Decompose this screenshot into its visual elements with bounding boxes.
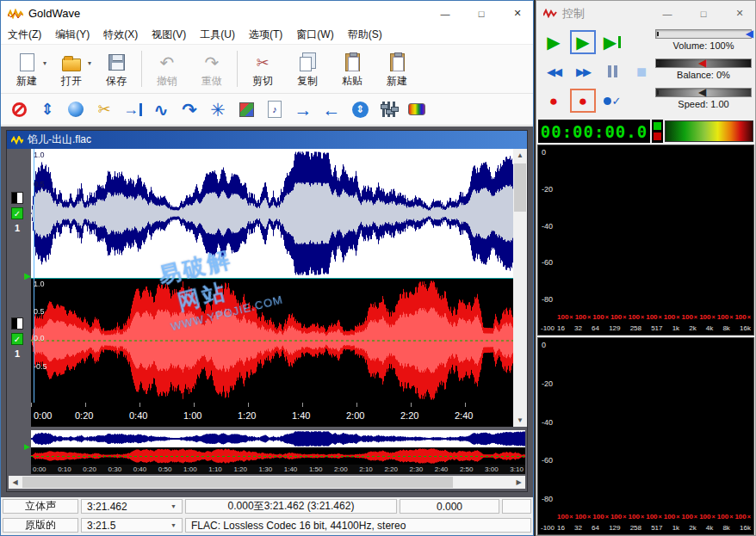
copy-button[interactable]: 复制 [285,46,330,91]
trim-button[interactable]: ✂ [94,98,115,120]
close-button[interactable]: ✕ [502,1,533,26]
channel-display-icon[interactable] [11,192,23,204]
frequency-label: 32 [574,324,582,332]
overview-waveform[interactable] [31,430,525,465]
insert-button[interactable]: → [122,98,143,120]
play-position-marker-icon[interactable]: ▶ [24,271,31,280]
redo-button[interactable]: ↷ 重做 [189,46,234,91]
band-value: 100× [575,513,591,521]
scroll-down-icon[interactable]: ▼ [513,414,527,427]
mix-button[interactable] [236,98,257,120]
minimize-button[interactable]: — [430,1,461,26]
music-doc-icon: ♪ [268,101,282,118]
length-cell[interactable]: 3:21.462▼ [81,499,183,514]
open-file-button[interactable]: 打开 ▾ [49,46,94,91]
menu-item[interactable]: 视图(V) [145,26,193,44]
db-label: -40 [542,223,553,231]
vertical-scrollbar[interactable]: ▲ ▼ [513,149,527,427]
frequency-label: 4k [706,524,713,532]
open-folder-icon [62,59,81,71]
scale-label: -0.5 [34,362,47,371]
menu-item[interactable]: 特效(X) [96,26,145,44]
menu-item[interactable]: 窗口(W) [289,26,340,44]
playlist-button[interactable]: ♪ [264,98,285,120]
frequency-label: 258 [630,524,641,532]
paste-button[interactable]: 粘贴 [330,46,375,91]
menu-item[interactable]: 文件(Z) [1,26,48,44]
pause-button[interactable] [599,59,625,83]
channel-enabled-checkbox[interactable]: ✓ [11,333,23,345]
scroll-left-icon[interactable]: ◀ [9,478,22,486]
time-display[interactable]: 00:00:00.0 [538,120,650,143]
menu-item[interactable]: 帮助(S) [341,26,389,44]
menu-item[interactable]: 选项(T) [242,26,289,44]
play-button[interactable]: ▶ [541,30,567,54]
shift-left-button[interactable]: ← [321,98,342,120]
length-rounded-cell[interactable]: 3:21.5▼ [81,518,183,533]
play-selection-button[interactable]: ▶ [570,30,596,54]
main-titlebar[interactable]: GoldWave — □ ✕ [1,1,533,26]
overview-strip[interactable]: ▶ [31,430,525,465]
volume-slider-thumb[interactable]: ◀ [746,28,753,40]
frequency-label: 129 [609,524,620,532]
band-value: 100× [557,313,573,321]
channel-enabled-checkbox[interactable]: ✓ [11,207,23,219]
waveform-left-channel[interactable] [31,149,513,278]
horizontal-scrollbar[interactable]: ◀ ▶ [9,476,525,489]
clip-mark-icon: × [711,514,715,520]
undo-button[interactable]: ↶ 撤销 [145,46,189,91]
equalizer-button[interactable] [378,98,399,120]
balance-slider[interactable]: ◀ [655,59,752,68]
flip-button[interactable]: ⇕ [350,98,370,120]
cut-button[interactable]: ✂ 剪切 [240,46,285,91]
monitor-button[interactable]: ✓ [599,89,625,113]
waveform-right-channel[interactable] [31,278,513,403]
control-wave-icon [543,9,557,18]
vertical-scroll-thumb[interactable] [514,163,526,212]
play-to-end-button[interactable]: ▶ [599,30,625,54]
channel-display-icon[interactable] [11,317,23,330]
db-label: 0 [542,342,553,349]
save-button[interactable]: 保存 [94,46,139,91]
wave-effect-button[interactable]: ∿ [151,98,171,120]
balance-slider-thumb[interactable]: ◀ [698,58,706,69]
spectrum-analyzer-right[interactable]: 0-20-40-60-80 100×100×100×100×100×100×10… [537,337,754,535]
new-file-button[interactable]: 新建 ▾ [4,46,49,91]
stop-button[interactable]: ■ [629,59,654,83]
dropdown-icon[interactable]: ▼ [165,503,177,509]
speed-slider[interactable]: ◀ [655,88,752,97]
maximize-button[interactable]: □ [688,1,719,26]
spectrum-filter-button[interactable] [406,98,427,120]
disable-button[interactable] [9,98,29,120]
speed-slider-thumb[interactable]: ◀ [698,87,706,98]
horizontal-scroll-thumb[interactable] [22,477,453,488]
menu-item[interactable]: 工具(U) [193,26,242,44]
record-button[interactable]: ● [541,89,567,113]
volume-slider[interactable]: ◀ [655,29,752,39]
minimize-button[interactable]: — [652,1,683,26]
scroll-right-icon[interactable]: ▶ [512,478,525,486]
expand-vertical-button[interactable]: ⇕ [37,98,58,120]
scroll-up-icon[interactable]: ▲ [513,149,527,162]
waveform-view[interactable]: 1.00.5 1.00.50.0-0.5 0:000:200:401:001:2… [31,149,513,427]
maximize-button[interactable]: □ [466,1,497,26]
menu-item[interactable]: 编辑(Y) [48,26,96,44]
shift-right-button[interactable]: → [293,98,313,120]
document-titlebar[interactable]: 馅儿-出山.flac [7,131,527,149]
paste-new-button[interactable]: 新建 [375,46,419,91]
record-selection-button[interactable]: ● [570,89,596,113]
control-titlebar[interactable]: 控制 — □ ✕ [536,1,755,26]
chevron-down-icon[interactable]: ▾ [43,59,46,67]
record-icon: ● [579,94,587,108]
db-axis: 0-20-40-60-80 [542,149,553,304]
fast-forward-button[interactable]: ▶▶ [570,59,596,83]
sphere-effect-button[interactable] [65,98,86,120]
chevron-down-icon[interactable]: ▾ [88,59,91,67]
dropdown-icon[interactable]: ▼ [165,522,177,528]
reverse-button[interactable]: ↷ [179,98,200,120]
close-button[interactable]: ✕ [724,1,755,26]
mechanize-button[interactable]: ✳ [208,98,228,120]
time-label: 1:00 [183,410,201,421]
rewind-button[interactable]: ◀◀ [541,59,567,83]
spectrum-analyzer-left[interactable]: 0-20-40-60-80 100×100×100×100×100×100×10… [537,145,754,336]
